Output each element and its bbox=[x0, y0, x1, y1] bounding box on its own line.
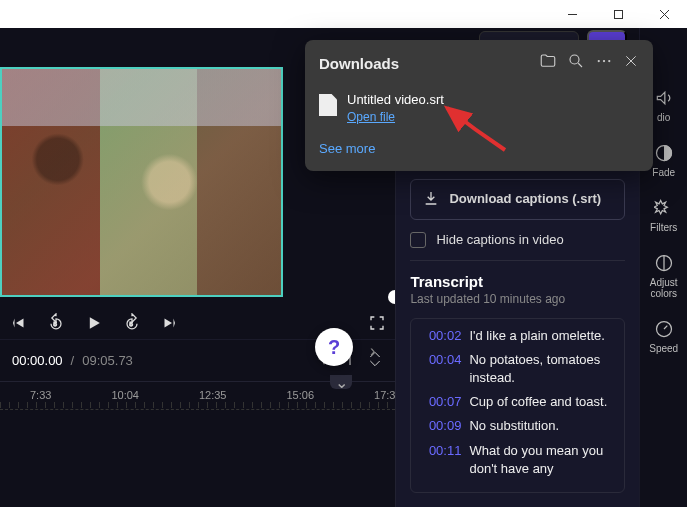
window-close[interactable] bbox=[641, 0, 687, 28]
sidebar-item-adjust-colors[interactable]: Adjust colors bbox=[640, 253, 687, 299]
search-icon[interactable] bbox=[567, 52, 585, 74]
download-icon bbox=[423, 190, 439, 209]
help-button[interactable]: ? bbox=[315, 328, 353, 366]
svg-point-10 bbox=[598, 60, 600, 62]
sidebar-item-audio[interactable]: dio bbox=[654, 88, 674, 123]
downloads-popup: Downloads Untitled video.srt Open file S… bbox=[305, 40, 653, 171]
download-captions-label: Download captions (.srt) bbox=[449, 191, 601, 207]
downloads-title: Downloads bbox=[319, 55, 529, 72]
sidebar-item-filters[interactable]: Filters bbox=[650, 198, 677, 233]
forward-5-icon[interactable]: 5 bbox=[122, 313, 142, 333]
ruler-tick: 15:06 bbox=[286, 389, 314, 401]
file-icon bbox=[319, 94, 337, 116]
chevron-right-icon[interactable]: › bbox=[370, 342, 375, 360]
current-time: 00:00.00 bbox=[12, 353, 63, 368]
transcript-line: 00:02I'd like a plain omelette. bbox=[421, 327, 614, 345]
skip-back-icon[interactable] bbox=[10, 314, 28, 332]
transcript-line: 00:11What do you mean you don't have any bbox=[421, 442, 614, 478]
duration-sep: / bbox=[71, 353, 75, 368]
expand-down-icon[interactable]: ⌄ bbox=[330, 375, 352, 389]
window-maximize[interactable] bbox=[595, 0, 641, 28]
skip-forward-icon[interactable] bbox=[160, 314, 178, 332]
svg-text:5: 5 bbox=[130, 321, 133, 327]
open-file-link[interactable]: Open file bbox=[347, 110, 395, 124]
duration: 09:05.73 bbox=[82, 353, 133, 368]
see-more-link[interactable]: See more bbox=[319, 141, 375, 156]
sidebar-item-speed[interactable]: Speed bbox=[649, 319, 678, 354]
more-icon[interactable] bbox=[595, 52, 613, 74]
window-minimize[interactable] bbox=[549, 0, 595, 28]
svg-point-9 bbox=[570, 55, 579, 64]
ruler-tick: 7:33 bbox=[30, 389, 51, 401]
transcript-title: Transcript bbox=[410, 273, 625, 290]
svg-point-12 bbox=[608, 60, 610, 62]
ruler-tick: 12:35 bbox=[199, 389, 227, 401]
transcript-subtitle: Last updated 10 minutes ago bbox=[410, 292, 625, 306]
svg-text:5: 5 bbox=[54, 321, 57, 327]
transcript-list[interactable]: 00:02I'd like a plain omelette. 00:04No … bbox=[410, 318, 625, 493]
sidebar-item-fade[interactable]: Fade bbox=[652, 143, 675, 178]
divider bbox=[410, 260, 625, 261]
fullscreen-icon[interactable] bbox=[369, 315, 385, 331]
hide-captions-label: Hide captions in video bbox=[436, 232, 563, 247]
transcript-line: 00:07Cup of coffee and toast. bbox=[421, 393, 614, 411]
download-item[interactable]: Untitled video.srt Open file bbox=[305, 86, 653, 129]
download-captions-button[interactable]: Download captions (.srt) bbox=[410, 179, 625, 220]
play-icon[interactable] bbox=[84, 313, 104, 333]
help-icon: ? bbox=[328, 336, 340, 359]
rewind-5-icon[interactable]: 5 bbox=[46, 313, 66, 333]
folder-icon[interactable] bbox=[539, 52, 557, 74]
svg-rect-1 bbox=[614, 10, 622, 18]
hide-captions-checkbox[interactable] bbox=[410, 232, 426, 248]
video-preview[interactable] bbox=[0, 67, 283, 297]
svg-point-11 bbox=[603, 60, 605, 62]
timeline-track[interactable] bbox=[0, 409, 395, 439]
transcript-line: 00:04No potatoes, tomatoes instead. bbox=[421, 351, 614, 387]
ruler-tick: 17:3 bbox=[374, 389, 395, 401]
close-icon[interactable] bbox=[623, 53, 639, 73]
download-filename: Untitled video.srt bbox=[347, 92, 444, 107]
transcript-line: 00:09No substitution. bbox=[421, 417, 614, 435]
ruler-tick: 10:04 bbox=[111, 389, 139, 401]
